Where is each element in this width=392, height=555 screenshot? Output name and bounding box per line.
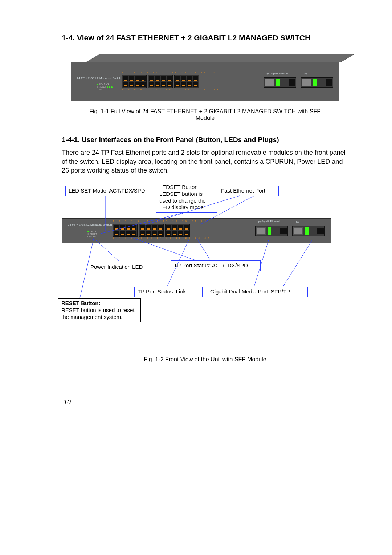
ethernet-port-row (122, 75, 199, 88)
page-number: 10 (64, 398, 71, 406)
callout-power-led: Power Indication LED (87, 262, 159, 272)
figure-1-1-caption: Fig. 1-1 Full View of 24 FAST ETHERNET +… (89, 108, 321, 121)
sfp-port-25-label: 25 (266, 73, 269, 76)
callout-ledset-button: LEDSET Button LEDSET button is used to c… (156, 182, 217, 213)
callout-tp-status-afs: TP Port Status: ACT/FDX/SPD (171, 260, 261, 271)
port-numbers-even: 2 4 6 8 10 12 14 16 18 20 22 24 (122, 88, 220, 90)
figure-1-2-diagram: LED SET Mode: ACT/FDX/SPD LEDSET Button … (58, 182, 334, 345)
callout-gigabit-dual: Gigabit Dual Media Port: SFP/TP (207, 287, 308, 297)
switch-model-label-2: 24 FE + 2 GE L2 Managed Switch (68, 223, 112, 226)
figure-1-2-caption: Fig. 1-2 Front View of the Unit with SFP… (89, 356, 321, 363)
callout-tp-status-link: TP Port Status: Link (134, 287, 203, 297)
section-heading: 1-4. View of 24 FAST ETHERNET + 2 GIGABI… (62, 33, 348, 43)
svg-line-9 (283, 240, 312, 287)
callout-reset-button: RESET Button: RESET button is used to re… (58, 298, 141, 322)
sfp-module-25 (264, 77, 296, 88)
switch-model-label: 24 FE + 2 GE L2 Managed Switch (77, 77, 121, 80)
sfp-port-26-label: 26 (304, 73, 307, 76)
body-paragraph: There are 24 TP Fast Ethernet ports and … (62, 148, 348, 175)
figure-1-1-switch: 24 FE + 2 GE L2 Managed Switch CPU RUN R… (71, 54, 339, 101)
callout-fast-ethernet: Fast Ethernet Port (218, 186, 279, 196)
gigabit-ethernet-label: Gigabit Ethernet (270, 72, 288, 75)
subsection-heading: 1-4-1. User Interfaces on the Front Pane… (62, 136, 348, 144)
switch-status-leds: CPU RUN RESET LED SET (97, 82, 113, 91)
port-numbers-odd: 1 3 5 7 9 11 13 15 17 19 21 23 (122, 72, 217, 74)
sfp-module-26 (301, 77, 333, 88)
callout-ledset-mode: LED SET Mode: ACT/FDX/SPD (65, 186, 155, 196)
